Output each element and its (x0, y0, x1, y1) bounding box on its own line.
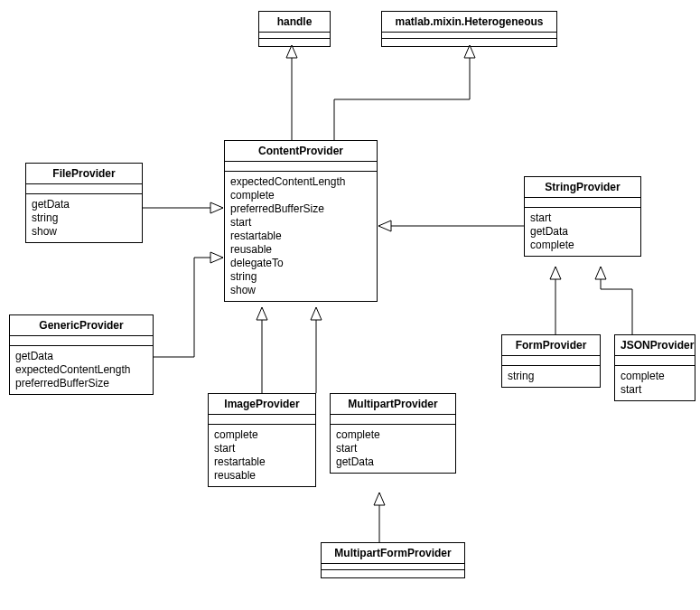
class-file-provider: FileProvider getData string show (25, 163, 143, 243)
operation: complete (621, 370, 689, 383)
operation: start (621, 383, 689, 397)
class-attributes (209, 415, 315, 425)
operation: restartable (230, 230, 371, 243)
operation: reusable (214, 469, 310, 483)
class-string-provider: StringProvider start getData complete (524, 176, 641, 257)
class-attributes (525, 198, 640, 208)
operation: show (32, 225, 136, 239)
operation: complete (214, 428, 310, 442)
class-operations: expectedContentLength complete preferred… (225, 172, 377, 301)
class-attributes (322, 564, 464, 570)
operation: start (214, 442, 310, 455)
class-name: ImageProvider (209, 394, 315, 415)
class-operations: string (502, 366, 600, 387)
operation: preferredBufferSize (230, 202, 371, 216)
operation: string (508, 370, 594, 383)
operation: string (230, 270, 371, 284)
operation: string (32, 211, 136, 225)
class-name: MultipartProvider (331, 394, 455, 415)
connectors (0, 0, 700, 610)
operation: preferredBufferSize (15, 377, 147, 390)
operation: start (230, 216, 371, 230)
class-name: GenericProvider (10, 315, 153, 336)
class-heterogeneous: matlab.mixin.Heterogeneous (381, 11, 557, 47)
class-name: FileProvider (26, 164, 142, 184)
class-multipart-form-provider: MultipartFormProvider (321, 542, 465, 578)
operation: complete (230, 189, 371, 202)
operation: getData (530, 225, 635, 239)
rel-jsonprovider-stringprovider (601, 267, 632, 334)
class-handle: handle (258, 11, 331, 47)
class-image-provider: ImageProvider complete start restartable… (208, 393, 316, 487)
class-operations (259, 39, 330, 46)
class-operations (382, 39, 556, 46)
class-name: JSONProvider (615, 335, 695, 356)
class-operations: getData expectedContentLength preferredB… (10, 346, 153, 394)
class-generic-provider: GenericProvider getData expectedContentL… (9, 314, 154, 395)
class-name: matlab.mixin.Heterogeneous (382, 12, 556, 33)
class-operations: complete start (615, 366, 695, 400)
operation: complete (336, 428, 450, 442)
class-name: MultipartFormProvider (322, 543, 464, 564)
operation: getData (15, 350, 147, 363)
operation: delegateTo (230, 257, 371, 270)
class-operations: complete start restartable reusable (209, 425, 315, 486)
operation: expectedContentLength (15, 363, 147, 377)
class-attributes (10, 336, 153, 346)
class-attributes (26, 184, 142, 194)
operation: complete (530, 239, 635, 252)
class-operations: complete start getData (331, 425, 455, 473)
operation: getData (336, 455, 450, 469)
class-content-provider: ContentProvider expectedContentLength co… (224, 140, 378, 302)
operation: start (530, 211, 635, 225)
class-attributes (502, 356, 600, 366)
rel-genericprovider-contentprovider (154, 258, 223, 357)
operation: getData (32, 198, 136, 211)
class-attributes (382, 33, 556, 39)
operation: start (336, 442, 450, 455)
operation: show (230, 284, 371, 297)
class-operations: getData string show (26, 194, 142, 242)
class-name: ContentProvider (225, 141, 377, 162)
class-attributes (331, 415, 455, 425)
class-form-provider: FormProvider string (501, 334, 601, 388)
class-json-provider: JSONProvider complete start (614, 334, 695, 401)
class-attributes (225, 162, 377, 172)
class-operations: start getData complete (525, 208, 640, 256)
class-name: handle (259, 12, 330, 33)
class-attributes (259, 33, 330, 39)
operation: reusable (230, 243, 371, 257)
class-operations (322, 570, 464, 577)
uml-diagram: handle matlab.mixin.Heterogeneous Conten… (0, 0, 700, 610)
class-name: StringProvider (525, 177, 640, 198)
operation: expectedContentLength (230, 175, 371, 189)
operation: restartable (214, 455, 310, 469)
rel-contentprovider-heterogeneous (334, 45, 470, 140)
class-name: FormProvider (502, 335, 600, 356)
class-multipart-provider: MultipartProvider complete start getData (330, 393, 456, 474)
class-attributes (615, 356, 695, 366)
